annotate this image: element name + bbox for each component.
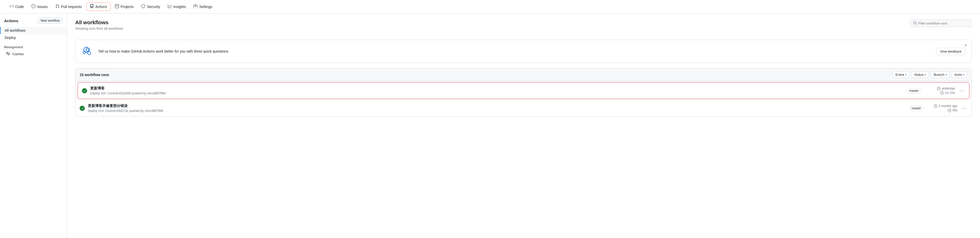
run-info-1: 更新博客 Deploy #15: Commit 822a935 pushed b… bbox=[90, 86, 904, 95]
run-title-1: 更新博客 bbox=[90, 86, 904, 91]
run-date-label-1: yesterday bbox=[942, 87, 955, 90]
actions-icon bbox=[90, 4, 94, 9]
run-status-success-icon-2 bbox=[80, 106, 85, 111]
projects-icon bbox=[115, 4, 119, 9]
main-content: All workflows Showing runs from all work… bbox=[67, 13, 980, 238]
nav-security-label: Security bbox=[147, 5, 160, 9]
nav-pull-requests[interactable]: Pull requests bbox=[52, 2, 85, 11]
nav-insights[interactable]: Insights bbox=[164, 2, 189, 11]
close-banner-button[interactable]: × bbox=[963, 43, 969, 48]
actor-filter-button[interactable]: Actor ▾ bbox=[951, 72, 967, 78]
layout: Actions New workflow All workflows Deplo… bbox=[0, 13, 980, 238]
sidebar-header: Actions New workflow bbox=[0, 18, 67, 27]
new-workflow-button[interactable]: New workflow bbox=[38, 18, 63, 24]
status-chevron-icon: ▾ bbox=[924, 73, 926, 76]
nav-code[interactable]: Code bbox=[6, 2, 27, 11]
nav-insights-label: Insights bbox=[173, 5, 186, 9]
search-box[interactable] bbox=[910, 19, 972, 27]
run-date-1: yesterday bbox=[937, 87, 955, 90]
sidebar-item-all-workflows[interactable]: All workflows bbox=[0, 27, 67, 34]
branch-chevron-icon: ▾ bbox=[945, 73, 947, 76]
feedback-text: Tell us how to make GitHub Actions work … bbox=[98, 49, 932, 53]
nav-projects[interactable]: Projects bbox=[111, 2, 137, 11]
nav-code-label: Code bbox=[15, 5, 24, 9]
nav-issues[interactable]: Issues bbox=[28, 2, 51, 11]
run-status-success-icon-1 bbox=[82, 88, 87, 93]
run-info-2: 更新博客并修复部分错误 Deploy #14: Commit b50213c p… bbox=[88, 104, 906, 113]
run-date-2: 2 months ago bbox=[934, 104, 957, 108]
search-icon bbox=[913, 21, 917, 26]
nav-issues-label: Issues bbox=[37, 5, 48, 9]
sidebar-title: Actions bbox=[4, 19, 18, 23]
run-duration-label-1: 1m 15s bbox=[945, 91, 955, 95]
run-duration-1: 1m 15s bbox=[940, 91, 955, 95]
title-area: All workflows Showing runs from all work… bbox=[75, 19, 123, 35]
run-duration-2: 59s bbox=[948, 109, 957, 112]
security-icon bbox=[141, 4, 145, 9]
nav-settings-label: Settings bbox=[199, 5, 212, 9]
feedback-banner: Tell us how to make GitHub Actions work … bbox=[75, 40, 972, 63]
status-filter-button[interactable]: Status ▾ bbox=[912, 72, 929, 78]
run-more-button-2[interactable]: ··· bbox=[961, 105, 967, 112]
nav-actions[interactable]: Actions bbox=[86, 2, 111, 11]
run-time-2: 2 months ago 59s bbox=[926, 104, 957, 112]
caches-icon bbox=[6, 51, 10, 56]
sidebar-item-caches-label: Caches bbox=[13, 52, 24, 56]
nav-actions-label: Actions bbox=[95, 5, 107, 9]
actor-chevron-icon: ▾ bbox=[963, 73, 964, 76]
runs-count: 15 workflow runs bbox=[80, 73, 109, 77]
branch-filter-label: Branch bbox=[934, 73, 944, 77]
run-row-1[interactable]: 更新博客 Deploy #15: Commit 822a935 pushed b… bbox=[78, 82, 969, 99]
run-duration-label-2: 59s bbox=[953, 109, 957, 112]
branch-filter-button[interactable]: Branch ▾ bbox=[931, 72, 949, 78]
issues-icon bbox=[32, 4, 35, 9]
sidebar-item-deploy-label: Deploy bbox=[5, 35, 16, 40]
main-header: All workflows Showing runs from all work… bbox=[75, 19, 972, 35]
run-meta-1: Deploy #15: Commit 822a935 pushed by chr… bbox=[90, 91, 904, 95]
page-subtitle: Showing runs from all workflows bbox=[75, 27, 123, 30]
event-filter-label: Event bbox=[896, 73, 904, 77]
nav-security[interactable]: Security bbox=[138, 2, 163, 11]
sidebar: Actions New workflow All workflows Deplo… bbox=[0, 13, 67, 238]
run-title-2: 更新博客并修复部分错误 bbox=[88, 104, 906, 108]
svg-point-2 bbox=[88, 51, 91, 55]
nav-pull-requests-label: Pull requests bbox=[61, 5, 82, 9]
give-feedback-button[interactable]: Give feedback bbox=[936, 48, 965, 55]
branch-badge-1[interactable]: master bbox=[907, 88, 921, 93]
run-time-1: yesterday 1m 15s bbox=[924, 87, 955, 95]
status-filter-label: Status bbox=[914, 73, 924, 77]
branch-badge-2[interactable]: master bbox=[909, 106, 923, 111]
runs-header: 15 workflow runs Event ▾ Status ▾ Branch… bbox=[75, 68, 972, 81]
insights-icon bbox=[168, 4, 172, 9]
sidebar-item-deploy[interactable]: Deploy bbox=[0, 34, 67, 41]
pull-requests-icon bbox=[56, 4, 59, 9]
actor-filter-label: Actor bbox=[955, 73, 962, 77]
sidebar-item-caches[interactable]: Caches bbox=[0, 50, 67, 58]
sidebar-management-title: Management bbox=[0, 41, 67, 50]
runs-filters: Event ▾ Status ▾ Branch ▾ Actor ▾ bbox=[892, 72, 967, 78]
event-filter-button[interactable]: Event ▾ bbox=[892, 72, 909, 78]
run-more-button-1[interactable]: ··· bbox=[958, 88, 965, 94]
runs-container: 15 workflow runs Event ▾ Status ▾ Branch… bbox=[75, 68, 972, 117]
nav-settings[interactable]: Settings bbox=[190, 2, 216, 11]
top-nav: Code Issues Pull requests Actions Projec… bbox=[0, 0, 980, 13]
event-chevron-icon: ▾ bbox=[905, 73, 907, 76]
code-icon bbox=[10, 4, 14, 9]
feedback-icon-area bbox=[82, 45, 94, 58]
nav-projects-label: Projects bbox=[121, 5, 134, 9]
sidebar-item-all-workflows-label: All workflows bbox=[5, 28, 25, 32]
page-title: All workflows bbox=[75, 19, 123, 26]
run-row-2[interactable]: 更新博客并修复部分错误 Deploy #14: Commit b50213c p… bbox=[75, 100, 972, 116]
run-date-label-2: 2 months ago bbox=[939, 104, 957, 108]
settings-icon bbox=[194, 4, 198, 9]
search-input[interactable] bbox=[918, 21, 969, 25]
run-meta-2: Deploy #14: Commit b50213c pushed by chr… bbox=[88, 109, 906, 113]
